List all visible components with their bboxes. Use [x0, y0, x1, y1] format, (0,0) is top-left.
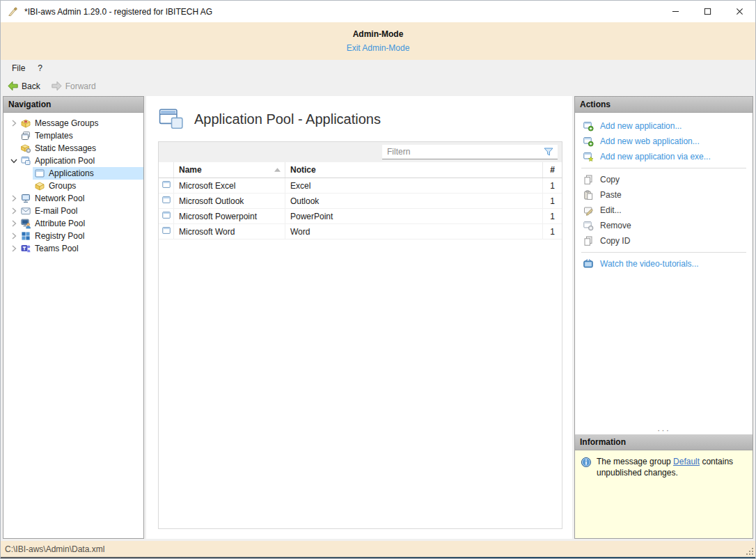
chevron-down-icon[interactable]: [9, 156, 19, 166]
application-window-icon: [162, 226, 171, 237]
resize-grip[interactable]: [745, 546, 755, 556]
sidebar-item-teams-pool[interactable]: Teams Pool: [3, 242, 143, 255]
sidebar-item-message-groups[interactable]: Message Groups: [3, 117, 143, 129]
panel-splitter[interactable]: ···: [575, 426, 753, 434]
sidebar-item-label: Teams Pool: [35, 244, 79, 253]
action-label: Watch the video-tutorials...: [600, 259, 699, 269]
chevron-right-icon[interactable]: [9, 206, 19, 216]
page-title-row: Application Pool - Applications: [153, 105, 562, 133]
sidebar-item-content[interactable]: Registry Pool: [19, 230, 143, 242]
action-add-new-web-application[interactable]: Add new web application...: [575, 134, 753, 149]
main-panel: Application Pool - Applications Name: [146, 96, 572, 539]
action-paste[interactable]: Paste: [575, 187, 753, 203]
actions-separator: [581, 252, 746, 253]
table-row[interactable]: Microsoft ExcelExcel1: [159, 178, 562, 194]
chevron-right-icon[interactable]: [9, 194, 19, 203]
row-application-icon-cell: [159, 209, 174, 223]
default-message-group-link[interactable]: Default: [673, 457, 700, 466]
column-header-name[interactable]: Name: [174, 162, 285, 178]
window-title: *IBI-aws Admin 1.29.0 - registered for I…: [24, 7, 212, 17]
table-row[interactable]: Microsoft WordWord1: [159, 224, 562, 239]
window-bottom-edge: [1, 557, 755, 558]
chevron-right-icon[interactable]: [9, 219, 19, 228]
chevron-spacer: [23, 168, 33, 178]
sidebar-item-content[interactable]: Static Messages: [19, 142, 143, 155]
status-bar: C:\IBI-aws\Admin\Data.xml: [1, 541, 755, 557]
app-logo-icon: [7, 6, 19, 17]
table-row[interactable]: Microsoft PowerpointPowerPoint1: [159, 209, 562, 224]
table-row[interactable]: Microsoft OutlookOutlook1: [159, 194, 562, 209]
menu-bar: File ?: [1, 60, 755, 76]
cell-name: Microsoft Word: [174, 224, 285, 239]
edit-icon: [583, 205, 594, 216]
cell-name: Microsoft Outlook: [174, 194, 285, 208]
page-title: Application Pool - Applications: [194, 111, 381, 127]
sidebar-item-e-mail-pool[interactable]: E-mail Pool: [3, 205, 143, 217]
action-add-new-application-via-exe[interactable]: Add new application via exe...: [575, 149, 753, 164]
menu-file[interactable]: File: [6, 61, 31, 75]
sidebar-item-static-messages[interactable]: Static Messages: [3, 142, 143, 155]
sidebar-item-content[interactable]: Application Pool: [19, 155, 143, 167]
admin-mode-banner: Admin-Mode Exit Admin-Mode: [1, 22, 755, 60]
sidebar-item-attribute-pool[interactable]: Attribute Pool: [3, 217, 143, 230]
action-label: Edit...: [600, 205, 622, 215]
cell-count: 1: [543, 178, 562, 193]
actions-header: Actions: [575, 97, 753, 113]
chevron-spacer: [9, 131, 19, 141]
sidebar-item-label: Applications: [49, 168, 94, 178]
maximize-button[interactable]: [691, 1, 723, 22]
sort-ascending-icon: [274, 168, 281, 172]
cell-count: 1: [543, 209, 562, 223]
chevron-right-icon[interactable]: [9, 244, 19, 253]
sidebar-item-content[interactable]: Attribute Pool: [19, 217, 143, 230]
sidebar-item-network-pool[interactable]: Network Pool: [3, 192, 143, 205]
actions-list: Add new application...Add new web applic…: [575, 113, 753, 426]
column-header-notice-label: Notice: [290, 165, 316, 175]
copy-icon: [583, 174, 594, 185]
right-sidebar: Actions Add new application...Add new we…: [574, 96, 753, 539]
information-panel: The message group Default contains unpub…: [575, 450, 753, 538]
minimize-button[interactable]: [659, 1, 691, 22]
exit-admin-mode-link[interactable]: Exit Admin-Mode: [347, 43, 410, 53]
application-pool-page-icon: [159, 108, 184, 130]
sidebar-item-templates[interactable]: Templates: [3, 129, 143, 142]
sidebar-item-content[interactable]: Teams Pool: [19, 242, 143, 255]
action-copy[interactable]: Copy: [575, 172, 753, 187]
action-add-new-application[interactable]: Add new application...: [575, 118, 753, 134]
sidebar-item-content[interactable]: Applications: [33, 167, 143, 180]
filter-funnel-icon[interactable]: [543, 146, 554, 157]
action-edit[interactable]: Edit...: [575, 203, 753, 218]
sidebar-item-content[interactable]: Network Pool: [19, 192, 143, 205]
status-file-path: C:\IBI-aws\Admin\Data.xml: [5, 544, 104, 554]
forward-button[interactable]: Forward: [47, 78, 100, 94]
sidebar-item-content[interactable]: Groups: [33, 180, 143, 192]
action-label: Add new web application...: [600, 136, 700, 146]
chevron-right-icon[interactable]: [9, 231, 19, 241]
sidebar-item-application-pool[interactable]: Application Pool: [3, 155, 143, 167]
action-remove[interactable]: Remove: [575, 218, 753, 233]
action-copy-id[interactable]: Copy ID: [575, 233, 753, 249]
actions-separator: [581, 168, 746, 168]
application-window-icon: [162, 180, 171, 191]
email-icon: [20, 205, 31, 216]
sidebar-item-content[interactable]: E-mail Pool: [19, 205, 143, 217]
column-header-count[interactable]: #: [543, 162, 562, 178]
sidebar-item-label: Application Pool: [35, 156, 95, 166]
sidebar-item-label: Groups: [49, 181, 76, 191]
sidebar-item-groups[interactable]: Groups: [3, 180, 143, 192]
sidebar-item-content[interactable]: Templates: [19, 129, 143, 142]
menu-help[interactable]: ?: [31, 61, 49, 75]
sidebar-item-content[interactable]: Message Groups: [19, 117, 143, 129]
filter-input[interactable]: [382, 147, 543, 157]
close-button[interactable]: [723, 1, 755, 22]
action-watch-video-tutorials[interactable]: Watch the video-tutorials...: [575, 256, 753, 271]
back-button[interactable]: Back: [3, 78, 45, 94]
column-header-notice[interactable]: Notice: [285, 162, 543, 178]
chevron-right-icon[interactable]: [9, 118, 19, 128]
application-window-icon: [34, 168, 45, 179]
action-label: Remove: [600, 221, 631, 230]
sidebar-item-registry-pool[interactable]: Registry Pool: [3, 230, 143, 242]
action-label: Add new application via exe...: [600, 152, 711, 162]
information-message: The message group Default contains unpub…: [597, 457, 747, 479]
sidebar-item-applications[interactable]: Applications: [3, 167, 143, 180]
